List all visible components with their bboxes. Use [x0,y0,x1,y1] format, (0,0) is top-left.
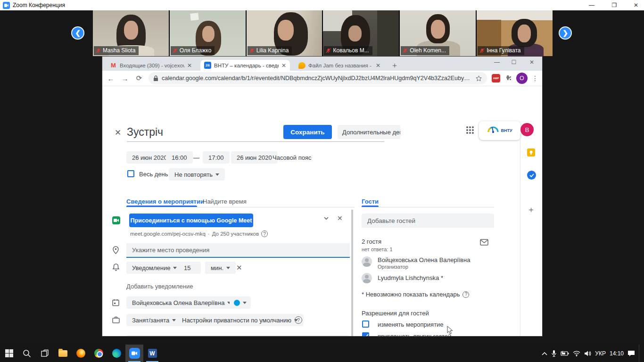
notification-unit-dropdown[interactable]: мин. [205,262,236,274]
adblock-extension-icon[interactable]: ABP [492,74,500,82]
task-view-button[interactable] [36,345,54,362]
video-tile[interactable]: Oleh Komen... [400,10,476,56]
scroll-participants-left-button[interactable]: ❮ [71,26,84,40]
clock[interactable]: 14:10 [610,350,624,357]
browser-profile-avatar[interactable]: O [516,73,528,84]
muted-mic-icon [173,48,178,53]
address-bar[interactable]: calendar.google.com/calendar/b/1/r/event… [149,72,487,84]
zoom-taskbar-button[interactable] [125,345,143,362]
tray-wifi-icon[interactable] [573,351,580,356]
side-panel-divider [520,133,520,336]
action-center-icon[interactable] [627,350,635,357]
video-tile[interactable]: Ковальов М... [323,10,399,56]
url-text: calendar.google.com/calendar/b/1/r/event… [162,75,472,82]
visibility-dropdown[interactable]: Настройки приватности по умолчанию [176,314,304,326]
notification-type-dropdown[interactable]: Уведомление [126,262,182,274]
remove-notification-button[interactable]: ✕ [236,263,242,272]
tray-battery-icon[interactable] [561,351,569,356]
notification-value-input[interactable]: 15 [178,262,201,274]
guest-name[interactable]: Войцеховська Олена Валеріївна [378,256,470,263]
chrome-button[interactable] [90,345,107,362]
calendar-select-dropdown[interactable]: Войцеховська Олена Валеріївна [126,296,237,309]
all-day-checkbox[interactable] [127,170,134,177]
start-button[interactable] [0,345,18,362]
chrome-menu-icon[interactable]: ⋮ [532,74,538,82]
file-explorer-button[interactable] [54,345,72,362]
tab-close-icon[interactable]: ✕ [376,62,380,69]
remove-meet-button[interactable]: ✕ [337,214,343,222]
event-title-input[interactable]: Зустріч [127,126,163,139]
meet-link[interactable]: meet.google.com/pej-ocsv-mkq [130,231,206,237]
tab-jamboard[interactable]: Файл Jam без названия - Googl ✕ [295,60,384,71]
help-icon[interactable]: ? [261,230,268,237]
bookmark-star-icon[interactable] [475,75,482,82]
chevron-down-icon [243,302,247,306]
tray-microphone-icon[interactable] [551,350,557,357]
tray-chevron-up-icon[interactable] [542,352,547,355]
save-button[interactable]: Сохранить [283,125,332,139]
video-tile[interactable]: Lilia Kapnina [247,10,322,56]
get-addons-button[interactable]: ＋ [527,204,535,215]
keyboard-language[interactable]: УКР [595,350,606,357]
zoom-minimize-button[interactable]: — [584,0,600,10]
zoom-close-button[interactable]: ✕ [628,0,644,10]
permission-modify-checkbox[interactable] [362,321,369,328]
end-time-chip[interactable]: 17:00 [203,151,230,164]
location-input[interactable] [126,243,350,258]
taskbar-search-button[interactable] [18,345,36,362]
browser-minimize-button[interactable]: — [490,58,504,67]
recurrence-dropdown[interactable]: Не повторять [169,168,225,181]
video-tile[interactable]: Інна Гулівата [477,10,553,56]
tray-volume-icon[interactable] [584,351,591,356]
description-editor[interactable]: B I U 12 Добавьте описание [126,335,350,336]
reload-button[interactable]: ⟳ [134,74,144,82]
extensions-puzzle-icon[interactable] [504,74,512,82]
meet-options-chevron-icon[interactable] [323,215,330,222]
busy-status-dropdown[interactable]: Занят/занята [126,314,182,326]
timezone-link[interactable]: Часовой пояс [272,154,311,161]
zoom-restore-button[interactable]: ❐ [606,0,622,10]
start-time-chip[interactable]: 16:00 [166,151,193,164]
add-guests-input[interactable] [362,214,494,228]
participant-name: Ковальов М... [333,47,369,54]
forward-button[interactable]: → [120,74,130,82]
tab-calendar-active[interactable]: 26 ВНТУ – календарь - сведения о ✕ [200,60,290,71]
tab-guests[interactable]: Гости [362,198,379,205]
new-tab-button[interactable]: ＋ [391,61,398,71]
scroll-participants-right-button[interactable]: ❯ [559,26,572,40]
meet-capacity: До 250 участников [212,231,259,237]
help-icon[interactable]: ? [462,291,469,298]
google-apps-grid-icon[interactable] [466,126,475,135]
participant-silhouette [512,19,537,47]
more-actions-button[interactable]: Дополнительные действия [338,125,400,139]
join-meet-button[interactable]: Присоединиться с помощью Google Meet [129,214,253,227]
end-date-chip[interactable]: 26 июн 2020 [231,151,278,164]
tab-event-details[interactable]: Сведения о мероприятии [126,198,204,205]
tab-close-icon[interactable]: ✕ [187,62,192,69]
permission-invite-checkbox[interactable] [362,332,369,336]
account-avatar[interactable]: B [520,123,534,136]
video-tile[interactable]: Оля Блажко [170,10,246,56]
firefox-button[interactable] [72,345,90,362]
show-desktop-button[interactable] [639,345,641,362]
close-editor-button[interactable]: ✕ [115,128,121,138]
tasks-icon[interactable] [527,171,536,180]
tab-close-icon[interactable]: ✕ [281,62,286,69]
search-icon [23,349,31,358]
email-guests-icon[interactable] [480,239,488,246]
browser-maximize-button[interactable]: ☐ [507,58,521,67]
chevron-down-icon [173,267,177,271]
browser-close-button[interactable]: ✕ [525,58,539,67]
edge-button[interactable] [107,345,125,362]
add-notification-link[interactable]: Добавить уведомление [126,283,193,290]
guest-name[interactable]: Lyudmyla Lishchynska * [378,274,443,281]
left-pane-scrollbar[interactable] [351,210,353,336]
tab-find-time[interactable]: Найдите время [203,198,247,205]
visibility-help-icon[interactable]: ? [295,316,302,324]
event-color-dropdown[interactable] [230,296,251,309]
back-button[interactable]: ← [106,74,116,82]
tab-gmail[interactable]: M Входящие (309) - vojcexovska.o ✕ [106,60,196,71]
keep-icon[interactable] [527,148,535,156]
word-taskbar-button[interactable]: W [143,345,161,362]
video-tile[interactable]: Masha Sliota [93,10,169,56]
